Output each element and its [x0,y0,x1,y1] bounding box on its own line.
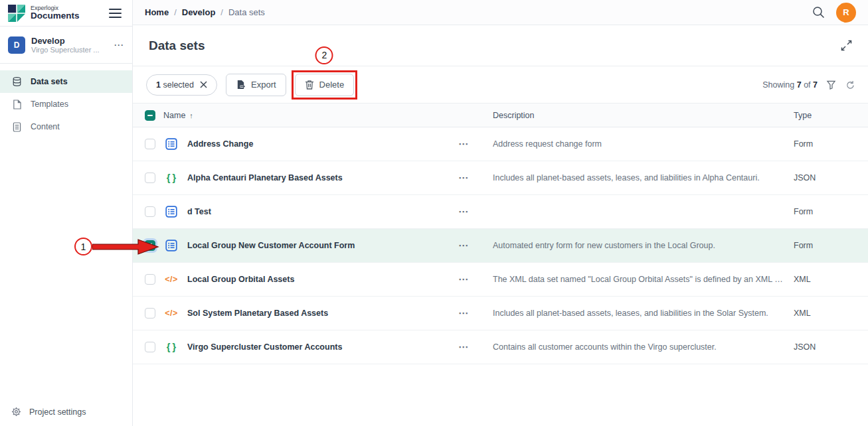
row-name[interactable]: Alpha Centauri Planetary Based Assets [187,173,450,182]
showing-count: Showing 7 of 7 [762,80,818,90]
row-type: Form [794,241,852,250]
row-type: JSON [794,342,852,352]
table-row[interactable]: Local Group New Customer Account Form ⋯ … [133,229,868,263]
row-type: JSON [794,173,852,182]
row-checkbox[interactable] [145,206,155,217]
table-row[interactable]: d Test ⋯ Form [133,195,868,229]
sidebar-item-label: Content [31,122,60,131]
row-name[interactable]: Sol System Planetary Based Assets [187,309,450,318]
sidebar-item-data-sets[interactable]: Data sets [0,70,132,93]
trash-icon [305,80,314,90]
toolbar-right: Showing 7 of 7 [762,80,855,90]
topbar-right: R [812,3,856,23]
project-name: Develop [31,36,100,46]
form-icon [163,240,179,251]
table-row[interactable]: </> Sol System Planetary Based Assets ⋯ … [133,297,868,330]
row-description: Automated entry form for new customers i… [493,241,786,250]
row-name[interactable]: Virgo Supercluster Customer Accounts [187,342,450,352]
row-checkbox[interactable] [145,342,155,352]
project-avatar: D [8,36,25,54]
select-all-checkbox[interactable] [145,110,155,121]
row-type: Form [794,207,852,216]
row-name[interactable]: d Test [187,207,450,216]
breadcrumb-home[interactable]: Home [145,7,169,17]
table-header: Name ↑ Description Type [133,104,868,127]
gear-icon [11,407,21,417]
column-header-type: Type [794,111,852,120]
database-icon [11,76,22,87]
expand-icon[interactable] [841,40,852,51]
sidebar-nav: Data sets Templates [0,64,132,138]
table-row[interactable]: </> Local Group Orbital Assets ⋯ The XML… [133,263,868,297]
breadcrumb: Home / Develop / Data sets [145,7,265,17]
breadcrumb-separator: / [220,7,223,17]
table-row[interactable]: Address Change ⋯ Address request change … [133,127,868,161]
row-name[interactable]: Local Group New Customer Account Form [187,241,450,250]
row-description: Includes all planet-based assets, leases… [493,173,786,182]
row-actions-menu-icon[interactable]: ⋯ [458,307,485,319]
hamburger-menu-icon[interactable] [106,6,124,21]
table-row[interactable]: {} Alpha Centauri Planetary Based Assets… [133,161,868,195]
sort-ascending-icon: ↑ [189,111,193,119]
sidebar: Experlogix Documents D Develop Virgo Sup… [0,0,133,426]
row-description: Contains all customer accounts within th… [493,342,786,352]
row-checkbox[interactable] [145,240,155,251]
project-settings-label: Project settings [29,407,86,417]
row-description: Includes all planet-based assets, leases… [493,309,786,318]
export-icon [236,80,246,90]
main-area: Home / Develop / Data sets R Data sets [133,0,868,426]
column-header-name[interactable]: Name ↑ [163,111,450,120]
row-actions-menu-icon[interactable]: ⋯ [458,138,485,150]
content-document-icon [11,122,22,132]
clear-selection-icon[interactable] [200,81,207,88]
selection-pill[interactable]: 1 selected [146,74,217,96]
delete-button-wrapper: Delete 2 [295,74,355,96]
delete-button[interactable]: Delete [295,74,355,96]
row-actions-menu-icon[interactable]: ⋯ [458,172,485,184]
row-checkbox[interactable] [145,173,155,183]
project-meta: Develop Virgo Supercluster ... [31,36,100,54]
json-icon: {} [163,173,179,183]
xml-icon: </> [163,309,179,318]
row-actions-menu-icon[interactable]: ⋯ [458,273,485,285]
column-header-description: Description [493,111,786,120]
row-type: XML [794,309,852,318]
filter-icon[interactable] [826,80,836,90]
row-description: Address request change form [493,139,786,149]
row-checkbox[interactable] [145,139,155,149]
logo-row: Experlogix Documents [0,0,132,27]
project-settings-button[interactable]: Project settings [0,407,132,426]
row-actions-menu-icon[interactable]: ⋯ [458,341,485,353]
project-menu-icon[interactable]: ⋯ [114,39,124,51]
row-actions-menu-icon[interactable]: ⋯ [458,206,485,218]
row-checkbox[interactable] [145,274,155,285]
breadcrumb-develop[interactable]: Develop [182,7,216,17]
sidebar-item-templates[interactable]: Templates [0,93,132,115]
row-name[interactable]: Address Change [187,139,450,149]
row-actions-menu-icon[interactable]: ⋯ [458,240,485,251]
app-window: Experlogix Documents D Develop Virgo Sup… [0,0,868,426]
table-row[interactable]: {} Virgo Supercluster Customer Accounts … [133,330,868,364]
selection-label: selected [163,80,194,90]
row-checkbox[interactable] [145,308,155,319]
selection-count: 1 [156,80,161,90]
refresh-icon[interactable] [845,80,855,90]
experlogix-logo-icon [8,5,25,22]
json-icon: {} [163,342,179,352]
delete-label: Delete [319,80,345,90]
breadcrumb-current: Data sets [228,7,265,17]
template-file-icon [11,100,22,109]
project-subtitle: Virgo Supercluster ... [31,46,100,54]
project-switcher[interactable]: D Develop Virgo Supercluster ... ⋯ [0,27,132,64]
user-avatar[interactable]: R [836,3,856,23]
search-icon[interactable] [812,5,825,19]
export-label: Export [251,80,276,90]
export-button[interactable]: Export [226,74,286,96]
sidebar-item-label: Templates [31,100,68,109]
row-type: XML [794,275,852,284]
sidebar-item-label: Data sets [31,77,68,86]
sidebar-item-content[interactable]: Content [0,115,132,138]
xml-icon: </> [163,275,179,284]
row-type: Form [794,139,852,149]
row-name[interactable]: Local Group Orbital Assets [187,275,450,284]
